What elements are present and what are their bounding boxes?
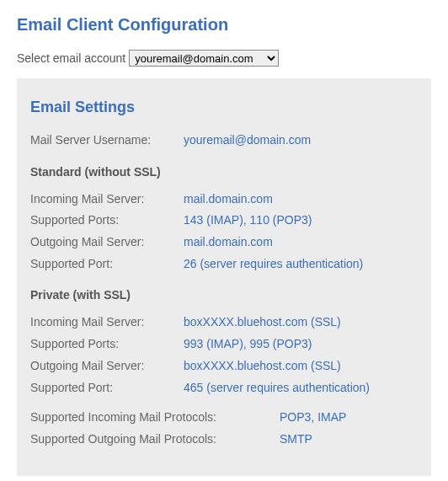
private-outgoing-label: Outgoing Mail Server: bbox=[30, 357, 184, 376]
private-ports-value: 993 (IMAP), 995 (POP3) bbox=[184, 335, 312, 354]
username-value: youremail@domain.com bbox=[184, 131, 311, 150]
standard-outgoing-value: mail.domain.com bbox=[184, 233, 273, 252]
settings-title: Email Settings bbox=[30, 99, 418, 116]
standard-port-value: 26 (server requires authentication) bbox=[184, 255, 363, 274]
account-selector-row: Select email account youremail@domain.co… bbox=[17, 50, 431, 67]
username-row: Mail Server Username: youremail@domain.c… bbox=[30, 131, 418, 150]
page-container: Email Client Configuration Select email … bbox=[0, 0, 448, 481]
standard-port-row: Supported Port: 26 (server requires auth… bbox=[30, 255, 418, 274]
private-incoming-label: Incoming Mail Server: bbox=[30, 313, 184, 332]
standard-ports-row: Supported Ports: 143 (IMAP), 110 (POP3) bbox=[30, 211, 418, 230]
standard-incoming-label: Incoming Mail Server: bbox=[30, 190, 184, 209]
username-label: Mail Server Username: bbox=[30, 131, 184, 150]
standard-incoming-row: Incoming Mail Server: mail.domain.com bbox=[30, 190, 418, 209]
account-select[interactable]: youremail@domain.com bbox=[129, 50, 279, 67]
protocols-outgoing-label: Supported Outgoing Mail Protocols: bbox=[30, 430, 280, 449]
private-outgoing-value: boxXXXX.bluehost.com (SSL) bbox=[184, 357, 341, 376]
private-incoming-row: Incoming Mail Server: boxXXXX.bluehost.c… bbox=[30, 313, 418, 332]
protocols-outgoing-row: Supported Outgoing Mail Protocols: SMTP bbox=[30, 430, 418, 449]
protocols-outgoing-value: SMTP bbox=[280, 430, 312, 449]
protocols-incoming-label: Supported Incoming Mail Protocols: bbox=[30, 409, 280, 427]
spacer bbox=[30, 400, 418, 409]
private-section-header: Private (with SSL) bbox=[30, 288, 418, 302]
private-ports-row: Supported Ports: 993 (IMAP), 995 (POP3) bbox=[30, 335, 418, 354]
standard-ports-label: Supported Ports: bbox=[30, 211, 184, 230]
standard-outgoing-label: Outgoing Mail Server: bbox=[30, 233, 184, 252]
private-ports-label: Supported Ports: bbox=[30, 335, 184, 354]
private-port-row: Supported Port: 465 (server requires aut… bbox=[30, 379, 418, 398]
page-title: Email Client Configuration bbox=[17, 15, 431, 35]
standard-incoming-value: mail.domain.com bbox=[184, 190, 273, 209]
private-outgoing-row: Outgoing Mail Server: boxXXXX.bluehost.c… bbox=[30, 357, 418, 376]
private-port-label: Supported Port: bbox=[30, 379, 184, 398]
standard-ports-value: 143 (IMAP), 110 (POP3) bbox=[184, 211, 312, 230]
standard-port-label: Supported Port: bbox=[30, 255, 184, 274]
settings-panel: Email Settings Mail Server Username: you… bbox=[17, 78, 431, 476]
protocols-incoming-row: Supported Incoming Mail Protocols: POP3,… bbox=[30, 409, 418, 427]
account-label: Select email account bbox=[17, 51, 125, 65]
standard-section-header: Standard (without SSL) bbox=[30, 165, 418, 179]
private-incoming-value: boxXXXX.bluehost.com (SSL) bbox=[184, 313, 341, 332]
private-port-value: 465 (server requires authentication) bbox=[184, 379, 370, 398]
standard-outgoing-row: Outgoing Mail Server: mail.domain.com bbox=[30, 233, 418, 252]
protocols-incoming-value: POP3, IMAP bbox=[280, 409, 346, 427]
